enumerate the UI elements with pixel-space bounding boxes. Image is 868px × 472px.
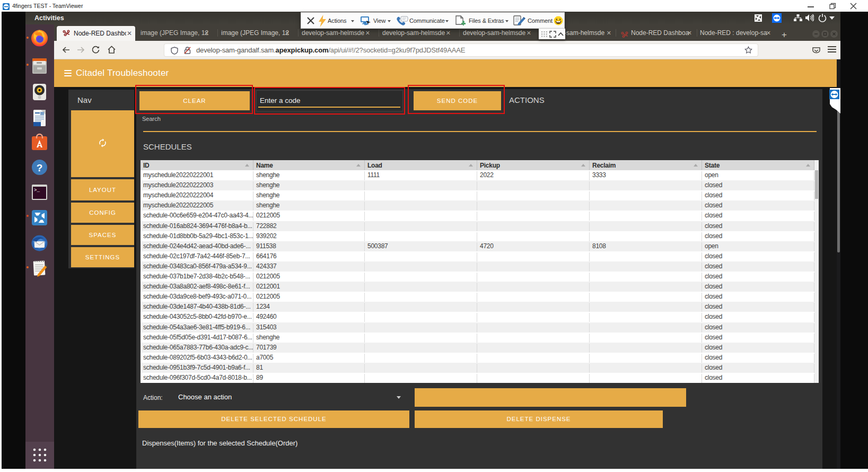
svg-text:>_: >_ <box>34 188 40 193</box>
svg-text:?: ? <box>37 162 43 173</box>
